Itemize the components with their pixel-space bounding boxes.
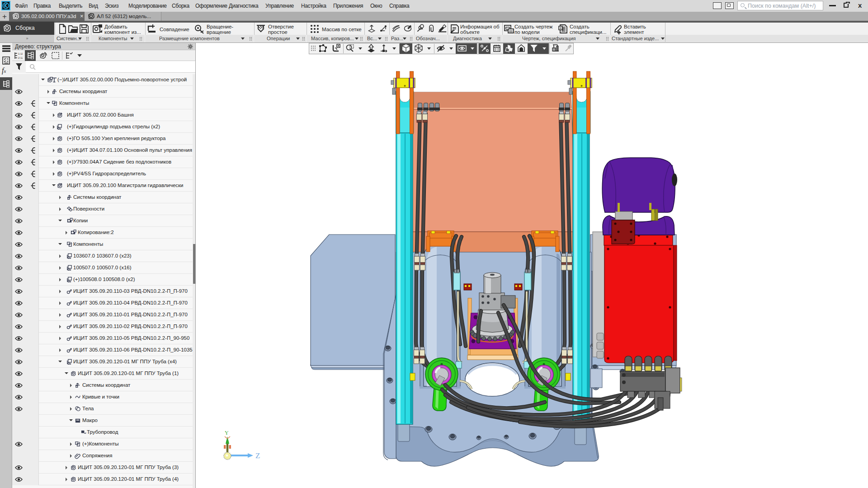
svg-text:Z: Z [255, 451, 260, 460]
svg-text:Y: Y [225, 430, 229, 436]
svg-text:1:11: 1:11 [18, 52, 23, 55]
svg-text:2:12: 2:12 [18, 56, 23, 59]
